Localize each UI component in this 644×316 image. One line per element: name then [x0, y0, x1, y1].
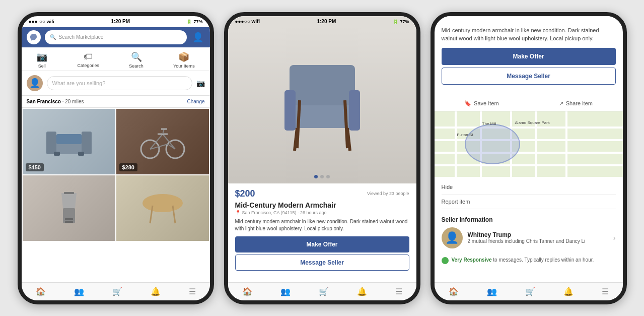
chevron-right-icon: › [613, 234, 616, 242]
svg-rect-2 [82, 132, 92, 154]
home-icon-2[interactable]: 🏠 [242, 287, 252, 296]
seller-row[interactable]: 👤 Whitney Trump 2 mutual friends includi… [442, 227, 616, 248]
message-seller-button[interactable]: Message Seller [235, 255, 409, 271]
status-bar-1: ●●●○○ wifi 1:20 PM 🔋77% [22, 16, 210, 27]
profile-icon[interactable]: 👤 [191, 30, 205, 44]
status-spacer [435, 16, 623, 20]
battery-2: 🔋 77% [393, 19, 409, 24]
friends-icon-3[interactable]: 👥 [487, 287, 497, 296]
seller-friends: 2 mutual friends including Chris Tanner … [468, 238, 608, 244]
friends-icon-2[interactable]: 👥 [280, 287, 291, 296]
categories-label: Categories [77, 63, 99, 68]
save-share-row: 🔖 Save Item ↗ Share item [435, 96, 623, 111]
report-button[interactable]: Report item [442, 195, 616, 209]
listing-blender[interactable] [23, 175, 115, 241]
nav-search[interactable]: 🔍 Search [129, 51, 144, 69]
marketplace-icon-3[interactable]: 🛒 [525, 287, 535, 296]
svg-rect-24 [290, 65, 355, 105]
location-text: San Francisco · 20 miles [27, 99, 84, 104]
listing-table[interactable] [116, 175, 209, 241]
camera-icon[interactable]: 📷 [196, 79, 205, 87]
svg-rect-4 [54, 152, 60, 156]
map-road-4 [435, 164, 623, 166]
bottom-nav-3: 🏠 👥 🛒 🔔 ☰ [435, 282, 623, 300]
hide-report-section: Hide Report item [435, 177, 623, 212]
search-placeholder: Search Marketplace [59, 34, 104, 40]
menu-icon-3[interactable]: ☰ [602, 287, 609, 296]
home-icon[interactable]: 🏠 [36, 287, 46, 296]
nav-icons-row: 📷 Sell 🏷 Categories 🔍 Search 📦 Your Item… [22, 47, 210, 71]
svg-rect-19 [65, 221, 73, 223]
signal-indicators: ●●●○○ wifi [29, 19, 54, 24]
sell-input-prompt[interactable]: What are you selling? [47, 76, 192, 90]
description-text-3: Mid-century modern armchair in like new … [442, 26, 616, 43]
dot-1 [314, 175, 318, 178]
seller-name: Whitney Trump [468, 231, 608, 238]
bottom-nav-2: 🏠 👥 🛒 🔔 ☰ [228, 282, 416, 300]
map-road-3 [435, 152, 623, 154]
phone-product: ●●●○○ wifi 1:20 PM 🔋 77% ‹ [224, 12, 420, 304]
nav-categories[interactable]: 🏷 Categories [77, 51, 99, 69]
hide-button[interactable]: Hide [442, 180, 616, 195]
categories-icon: 🏷 [84, 51, 93, 62]
product-price: $200 [235, 188, 255, 199]
sell-label: Sell [38, 64, 46, 69]
notifications-icon-2[interactable]: 🔔 [357, 287, 367, 296]
svg-rect-25 [284, 90, 296, 131]
listing-bike[interactable]: $280 [116, 109, 209, 174]
nav-sell[interactable]: 📷 Sell [36, 51, 47, 69]
sell-post-bar: 👤 What are you selling? 📷 [22, 71, 210, 96]
share-icon: ↗ [559, 100, 563, 107]
messenger-icon[interactable] [27, 30, 41, 44]
make-offer-button-3[interactable]: Make Offer [442, 48, 616, 65]
svg-rect-17 [64, 192, 74, 194]
search-magnifier-icon: 🔍 [50, 34, 56, 40]
viewed-by-text: Viewed by 23 people [367, 191, 409, 196]
responsive-text: Very Responsive to messages. Typically r… [452, 257, 594, 264]
map-label-1: Fulton St [457, 133, 473, 137]
share-item-button[interactable]: ↗ Share item [559, 100, 593, 107]
marketplace-icon[interactable]: 🛒 [112, 287, 122, 296]
seller-info: Whitney Trump 2 mutual friends including… [468, 231, 608, 244]
change-location-button[interactable]: Change [187, 99, 204, 104]
svg-point-20 [142, 194, 183, 212]
distance-text: · 20 miles [62, 99, 84, 104]
bookmark-icon: 🔖 [464, 100, 471, 107]
svg-rect-1 [46, 132, 56, 154]
bike-price: $280 [119, 163, 137, 171]
user-avatar: 👤 [27, 75, 43, 91]
dot-3 [326, 175, 330, 178]
price-viewed-row: $200 Viewed by 23 people [235, 188, 409, 199]
map-road-1 [435, 127, 623, 129]
location-bar: San Francisco · 20 miles Change [22, 96, 210, 108]
svg-rect-5 [78, 152, 84, 156]
responsive-badge: Very Responsive to messages. Typically r… [435, 252, 623, 268]
pin-icon: 📍 [235, 210, 241, 215]
save-item-button[interactable]: 🔖 Save Item [464, 100, 499, 107]
items-label: Your Items [173, 64, 195, 69]
notifications-icon[interactable]: 🔔 [151, 287, 161, 296]
make-offer-button[interactable]: Make Offer [235, 236, 409, 252]
home-icon-3[interactable]: 🏠 [449, 287, 459, 296]
notifications-icon-3[interactable]: 🔔 [563, 287, 574, 296]
search-label: Search [129, 64, 144, 69]
friends-icon[interactable]: 👥 [74, 287, 84, 296]
city-name: San Francisco [27, 99, 61, 104]
menu-icon[interactable]: ☰ [189, 287, 196, 296]
nav-your-items[interactable]: 📦 Your Items [173, 51, 195, 69]
product-image-area: ‹ [228, 27, 416, 183]
sofa-price: $450 [26, 163, 44, 171]
search-bar[interactable]: 🔍 Search Marketplace [45, 30, 187, 44]
phone-browse: ●●●○○ wifi 1:20 PM 🔋77% 🔍 Search Marketp… [18, 12, 214, 304]
menu-icon-2[interactable]: ☰ [395, 287, 402, 296]
listing-sofa[interactable]: $450 [23, 109, 115, 174]
seller-avatar: 👤 [442, 227, 463, 248]
svg-rect-18 [65, 218, 73, 220]
image-dots [314, 175, 330, 178]
message-seller-button-3[interactable]: Message Seller [442, 68, 616, 85]
search-nav-icon: 🔍 [131, 51, 142, 62]
map-area: Fulton St The Mill Alamo Square Park [435, 111, 623, 177]
map-label-park: Alamo Square Park [515, 120, 550, 125]
items-icon: 📦 [178, 51, 189, 62]
marketplace-icon-2[interactable]: 🛒 [319, 287, 329, 296]
